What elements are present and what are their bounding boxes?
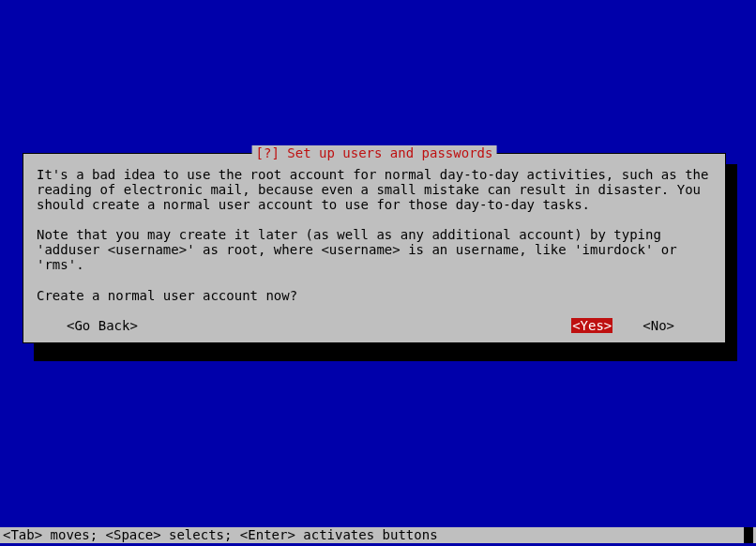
status-bar-indicator: [744, 527, 753, 543]
button-row: <Go Back> <Yes> <No>: [37, 318, 712, 333]
dialog-container: [?] Set up users and passwords It's a ba…: [23, 153, 726, 343]
dialog-box: [?] Set up users and passwords It's a ba…: [23, 153, 726, 343]
dialog-paragraph-2: Note that you may create it later (as we…: [37, 227, 712, 272]
go-back-button[interactable]: <Go Back>: [67, 318, 138, 333]
dialog-body: It's a bad idea to use the root account …: [37, 167, 712, 333]
dialog-question: Create a normal user account now?: [37, 288, 712, 303]
no-button[interactable]: <No>: [643, 318, 674, 333]
status-bar-text: <Tab> moves; <Space> selects; <Enter> ac…: [3, 527, 438, 543]
dialog-paragraph-1: It's a bad idea to use the root account …: [37, 167, 712, 212]
dialog-title: [?] Set up users and passwords: [252, 145, 497, 160]
status-bar: <Tab> moves; <Space> selects; <Enter> ac…: [0, 527, 756, 543]
yes-button[interactable]: <Yes>: [571, 318, 612, 333]
